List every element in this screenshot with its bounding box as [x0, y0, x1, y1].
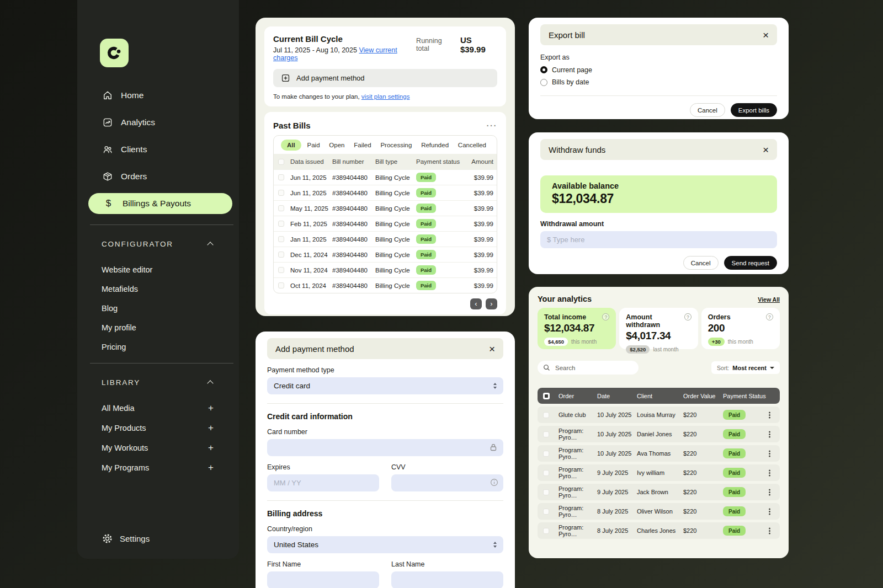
table-row[interactable]: Jun 11, 2025 #389404480 Billing Cycle Pa… — [274, 185, 497, 200]
row-checkbox[interactable] — [278, 174, 284, 180]
row-checkbox[interactable] — [278, 221, 284, 227]
row-checkbox[interactable] — [543, 470, 549, 476]
cvv-field[interactable] — [391, 474, 503, 491]
question-icon[interactable]: ? — [684, 313, 691, 320]
close-icon[interactable]: × — [763, 30, 769, 40]
sidebar-item-my-products[interactable]: My Products + — [77, 418, 239, 438]
last-name-field[interactable] — [391, 571, 503, 588]
row-checkbox[interactable] — [278, 236, 284, 242]
close-icon[interactable]: × — [489, 344, 495, 354]
export-bills-button[interactable]: Export bills — [731, 103, 777, 117]
radio-current-page[interactable]: Current page — [540, 66, 777, 74]
row-checkbox[interactable] — [543, 528, 549, 534]
sidebar-item-website-editor[interactable]: Website editor — [77, 260, 239, 279]
sidebar-item-billings-payouts[interactable]: $ Billings & Payouts — [88, 193, 232, 214]
payment-type-select[interactable]: Credit card — [267, 377, 503, 394]
row-checkbox[interactable] — [278, 267, 284, 273]
table-row[interactable]: Program: Pyro… 9 July 2025 Jack Brown $2… — [538, 484, 780, 500]
table-row[interactable]: Jun 11, 2025 #389404480 Billing Cycle Pa… — [274, 169, 497, 185]
row-checkbox[interactable] — [543, 489, 549, 495]
sidebar-item-pricing[interactable]: Pricing — [77, 337, 239, 356]
tab-all[interactable]: All — [281, 140, 301, 151]
table-row[interactable]: Program: Pyro… 8 July 2025 Oliver Wilson… — [538, 503, 780, 520]
table-row[interactable]: Program: Pyro… 10 July 2025 Ava Thomas $… — [538, 445, 780, 462]
row-checkbox[interactable] — [543, 509, 549, 515]
more-vertical-icon[interactable] — [769, 434, 770, 435]
row-checkbox[interactable] — [278, 205, 284, 211]
expires-field[interactable] — [267, 474, 379, 491]
more-vertical-icon[interactable] — [769, 511, 770, 512]
sidebar-nav: Home Analytics Clients Orders — [77, 82, 239, 214]
table-row[interactable]: May 11, 2025 #389404480 Billing Cycle Pa… — [274, 200, 497, 216]
cell-value: $220 — [683, 450, 723, 457]
row-checkbox[interactable] — [278, 282, 284, 288]
tab-cancelled[interactable]: Cancelled — [455, 140, 490, 151]
prev-page-button[interactable]: ‹ — [470, 298, 482, 309]
plus-icon[interactable]: + — [208, 442, 214, 453]
close-icon[interactable]: × — [763, 145, 769, 155]
tab-paid[interactable]: Paid — [304, 140, 323, 151]
question-icon[interactable]: ? — [602, 313, 609, 320]
sidebar-item-orders[interactable]: Orders — [77, 163, 239, 190]
plus-icon[interactable]: + — [208, 403, 214, 414]
more-vertical-icon[interactable] — [769, 414, 770, 416]
sidebar-item-blog[interactable]: Blog — [77, 298, 239, 318]
sidebar-item-my-programs[interactable]: My Programs + — [77, 458, 239, 478]
row-checkbox[interactable] — [278, 252, 284, 258]
table-row[interactable]: Program: Pyro… 8 July 2025 Charles Jones… — [538, 522, 780, 539]
section-library[interactable]: LIBRARY — [77, 374, 239, 391]
table-row[interactable]: Program: Pyro… 9 July 2025 Ivy william $… — [538, 464, 780, 481]
tab-processing[interactable]: Processing — [377, 140, 415, 151]
add-payment-method-button[interactable]: Add payment method — [273, 69, 497, 87]
select-all-checkbox[interactable] — [543, 393, 550, 399]
row-checkbox[interactable] — [543, 431, 549, 437]
first-name-field[interactable] — [267, 571, 379, 588]
row-checkbox[interactable] — [278, 190, 284, 196]
table-row[interactable]: Nov 11, 2024 #389404480 Billing Cycle Pa… — [274, 262, 497, 277]
table-row[interactable]: Feb 11, 2025 #389404480 Billing Cycle Pa… — [274, 216, 497, 231]
tab-refunded[interactable]: Refunded — [418, 140, 452, 151]
cancel-button[interactable]: Cancel — [683, 256, 719, 270]
table-row[interactable]: Dec 11, 2024 #389404480 Billing Cycle Pa… — [274, 247, 497, 262]
sort-dropdown[interactable]: Sort: Most recent — [711, 361, 780, 374]
select-all-checkbox[interactable] — [278, 159, 284, 165]
cell-client: Ivy william — [637, 469, 683, 476]
card-number-field[interactable] — [267, 439, 503, 456]
sidebar-item-settings[interactable]: Settings — [77, 528, 239, 548]
sidebar-item-clients[interactable]: Clients — [77, 136, 239, 163]
tab-failed[interactable]: Failed — [350, 140, 374, 151]
view-all-link[interactable]: View All — [758, 296, 780, 303]
table-row[interactable]: Oct 11, 2024 #389404480 Billing Cycle Pa… — [274, 277, 497, 293]
plus-icon[interactable]: + — [208, 462, 214, 473]
table-row[interactable]: Program: Pyro… 10 July 2025 Daniel Jones… — [538, 426, 780, 442]
sidebar-item-my-profile[interactable]: My profile — [77, 318, 239, 337]
radio-bills-by-date[interactable]: Bills by date — [540, 78, 777, 86]
country-select[interactable]: United States — [267, 536, 503, 553]
question-icon[interactable]: ? — [766, 313, 773, 320]
tab-open[interactable]: Open — [326, 140, 348, 151]
cancel-button[interactable]: Cancel — [690, 103, 725, 117]
table-row[interactable]: Glute club 10 July 2025 Louisa Murray $2… — [538, 407, 780, 423]
section-configurator[interactable]: CONFIGURATOR — [77, 236, 239, 252]
search-input[interactable] — [554, 364, 633, 372]
search-box[interactable] — [538, 361, 639, 375]
withdrawal-amount-field[interactable] — [540, 231, 777, 248]
send-request-button[interactable]: Send request — [724, 256, 777, 270]
sidebar-item-all-media[interactable]: All Media + — [77, 398, 239, 418]
sidebar-item-analytics[interactable]: Analytics — [77, 109, 239, 136]
sidebar-item-home[interactable]: Home — [77, 82, 239, 109]
app-logo[interactable] — [100, 39, 129, 67]
sidebar-item-my-workouts[interactable]: My Workouts + — [77, 438, 239, 458]
next-page-button[interactable]: › — [486, 298, 497, 309]
plus-icon[interactable]: + — [208, 423, 214, 434]
visit-plan-settings-link[interactable]: visit plan settings — [361, 93, 410, 100]
more-vertical-icon[interactable] — [769, 453, 770, 455]
row-checkbox[interactable] — [543, 451, 549, 457]
more-vertical-icon[interactable] — [769, 491, 770, 493]
sidebar-item-metafields[interactable]: Metafields — [77, 279, 239, 298]
more-vertical-icon[interactable] — [769, 472, 770, 474]
more-horizontal-icon[interactable]: ··· — [487, 121, 498, 130]
table-row[interactable]: Jan 11, 2025 #389404480 Billing Cycle Pa… — [274, 231, 497, 247]
row-checkbox[interactable] — [543, 412, 549, 418]
more-vertical-icon[interactable] — [769, 530, 770, 532]
